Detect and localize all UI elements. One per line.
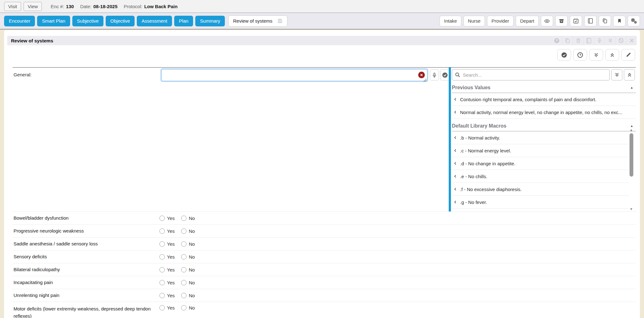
scroll-down-icon[interactable]: ▼	[630, 207, 633, 211]
yes-radio[interactable]	[159, 280, 165, 285]
yes-radio[interactable]	[159, 254, 165, 260]
no-option[interactable]: No	[181, 267, 195, 272]
macro-item[interactable]: .d - No change in appetite.	[452, 157, 629, 170]
nav-tab-summary[interactable]: Summary	[195, 16, 225, 26]
tab-review-of-systems[interactable]: Review of systems	[228, 15, 287, 27]
no-radio[interactable]	[181, 241, 186, 247]
yes-option[interactable]: Yes	[159, 293, 175, 298]
previous-value-item[interactable]: Contusion right temporal area, complaint…	[452, 93, 636, 106]
help-button[interactable]: ?	[551, 36, 562, 45]
nav-tab-encounter[interactable]: Encounter	[4, 16, 35, 26]
chevron-left-icon	[453, 135, 458, 140]
general-input[interactable]	[161, 69, 427, 81]
yes-option[interactable]: Yes	[159, 241, 175, 247]
double-chevron-up-button[interactable]	[605, 49, 619, 61]
yes-option[interactable]: Yes	[159, 254, 175, 260]
ban-button[interactable]	[615, 36, 626, 45]
nav-tab-subjective[interactable]: Subjective	[72, 16, 103, 26]
macros-scrollbar[interactable]: ▲ ▼	[629, 128, 634, 211]
microphone-button[interactable]	[594, 36, 605, 45]
previous-values-header[interactable]: Previous Values ▲	[452, 82, 636, 93]
no-option[interactable]: No	[181, 280, 195, 285]
yes-option[interactable]: Yes	[159, 280, 175, 285]
scroll-up-icon[interactable]: ▲	[630, 128, 633, 132]
yes-radio[interactable]	[159, 228, 165, 234]
search-row	[452, 69, 636, 80]
yes-radio[interactable]	[159, 267, 165, 272]
stage-button-provider[interactable]: Provider	[487, 16, 514, 26]
yes-radio[interactable]	[159, 293, 165, 298]
yes-radio[interactable]	[159, 216, 165, 221]
no-option[interactable]: No	[181, 216, 195, 221]
previous-value-item[interactable]: Normal activity, normal energy level, no…	[452, 106, 636, 119]
macro-item[interactable]: .f - No excessive diaphoresis.	[452, 183, 629, 196]
no-radio[interactable]	[181, 228, 186, 234]
archive-button[interactable]	[555, 16, 568, 26]
no-label: No	[189, 280, 195, 285]
calendar-check-button[interactable]	[570, 16, 582, 26]
check-circle-button[interactable]	[557, 49, 571, 61]
no-option[interactable]: No	[181, 293, 195, 298]
scrollbar-thumb[interactable]	[630, 133, 633, 177]
no-radio[interactable]	[181, 305, 186, 310]
no-label: No	[189, 254, 195, 260]
resize-grip[interactable]	[423, 78, 427, 83]
encounter-number: Enc #: 130	[51, 4, 74, 9]
copy-button[interactable]	[562, 36, 573, 45]
stage-button-intake[interactable]: Intake	[440, 16, 461, 26]
double-chevron-down-button[interactable]	[605, 36, 615, 45]
double-chevron-down-button[interactable]	[589, 49, 603, 61]
yes-option[interactable]: Yes	[159, 305, 175, 310]
no-radio[interactable]	[181, 293, 186, 298]
macro-item[interactable]: .b - Normal activity.	[452, 131, 629, 144]
yes-option[interactable]: Yes	[159, 267, 175, 272]
gears-icon	[630, 18, 637, 24]
stage-button-nurse[interactable]: Nurse	[464, 16, 485, 26]
active-tab-label: Review of systems	[233, 18, 272, 24]
expand-all-button[interactable]	[611, 69, 622, 80]
default-library-macros-header[interactable]: Default Library Macros ▲	[452, 121, 636, 131]
no-option[interactable]: No	[181, 241, 195, 247]
no-radio[interactable]	[181, 267, 186, 272]
date-value: 08-18-2025	[93, 4, 118, 9]
clock-button[interactable]	[573, 49, 587, 61]
yes-option[interactable]: Yes	[159, 228, 175, 234]
macro-item[interactable]: .h - Does not have the feeling of malais…	[452, 209, 629, 211]
gears-button[interactable]	[628, 16, 640, 26]
macro-item[interactable]: .c - Normal energy level.	[452, 144, 629, 157]
no-option[interactable]: No	[181, 254, 195, 260]
yes-option[interactable]: Yes	[159, 216, 175, 221]
nav-tab-plan[interactable]: Plan	[174, 16, 193, 26]
search-input[interactable]	[452, 69, 610, 80]
clear-input-button[interactable]: ✕	[418, 72, 425, 78]
view-button[interactable]: View	[24, 2, 42, 11]
bookmark-button[interactable]	[613, 16, 625, 26]
macro-item[interactable]: .e - No chills.	[452, 170, 629, 183]
visit-button[interactable]: Visit	[4, 2, 21, 11]
nav-tab-objective[interactable]: Objective	[106, 16, 135, 26]
macro-item-text: .d - No change in appetite.	[460, 161, 515, 166]
yes-radio[interactable]	[159, 305, 165, 310]
eye-button[interactable]	[541, 16, 553, 26]
confirm-button[interactable]	[440, 69, 449, 80]
dictate-button[interactable]	[430, 69, 439, 80]
macro-item[interactable]: .g - No fever.	[452, 196, 629, 209]
close-button[interactable]	[626, 36, 637, 45]
no-radio[interactable]	[181, 216, 186, 221]
copy-button[interactable]	[599, 16, 611, 26]
book-icon	[587, 18, 593, 24]
book-button[interactable]	[584, 16, 597, 26]
trash-button[interactable]	[573, 36, 583, 45]
no-option[interactable]: No	[181, 305, 195, 310]
no-radio[interactable]	[181, 280, 186, 285]
stage-button-depart[interactable]: Depart	[516, 16, 539, 26]
no-radio[interactable]	[181, 254, 186, 260]
pencil-button[interactable]	[621, 49, 635, 61]
yes-radio[interactable]	[159, 241, 165, 247]
no-option[interactable]: No	[181, 228, 195, 234]
collapse-all-button[interactable]	[624, 69, 635, 80]
archive-icon	[558, 18, 564, 24]
nav-tab-smart-plan[interactable]: Smart Plan	[37, 16, 70, 26]
book-button[interactable]	[583, 36, 594, 45]
nav-tab-assessment[interactable]: Assessment	[137, 16, 172, 26]
